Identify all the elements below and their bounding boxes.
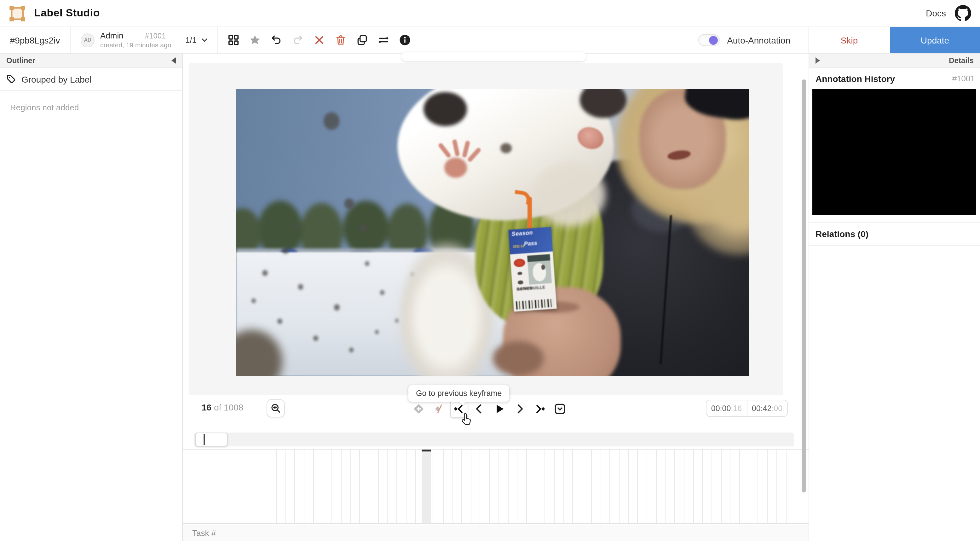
dirt-spot bbox=[360, 224, 368, 233]
label-studio-logo-icon bbox=[9, 5, 26, 22]
redo-button[interactable] bbox=[291, 34, 304, 47]
card-pass-text: Pass bbox=[524, 239, 538, 247]
view-all-button[interactable] bbox=[227, 34, 240, 47]
minimap-window[interactable] bbox=[196, 432, 228, 447]
card-barcode bbox=[516, 298, 555, 309]
timeline-tick bbox=[535, 450, 536, 524]
timeline-tick bbox=[360, 450, 360, 524]
details-title: Details bbox=[949, 56, 974, 65]
timeline-tick bbox=[591, 450, 592, 524]
outliner-header: Outliner bbox=[0, 54, 182, 68]
play-button[interactable] bbox=[490, 399, 509, 418]
timeline-tick bbox=[675, 450, 675, 524]
frame-current: 16 bbox=[202, 402, 212, 412]
delete-button[interactable] bbox=[334, 34, 347, 47]
update-button[interactable]: Update bbox=[890, 27, 980, 53]
timeline-tick bbox=[517, 450, 517, 524]
possum-snout bbox=[534, 164, 606, 227]
details-panel: Details Annotation History #1001 Relatio… bbox=[808, 54, 980, 541]
timeline-tick bbox=[350, 450, 351, 524]
dirt-spot bbox=[313, 336, 318, 342]
dirt-spot bbox=[380, 290, 385, 295]
timeline-tick bbox=[628, 450, 628, 524]
dirt-spot bbox=[298, 284, 303, 290]
timeline-tick bbox=[480, 450, 480, 524]
video-frame[interactable]: Season Pass 2011-12 RATATOUILLE BOWER bbox=[236, 89, 749, 376]
timeline-tick bbox=[461, 450, 462, 524]
timeline-minimap[interactable] bbox=[194, 432, 794, 447]
total-time: 00:42:00 bbox=[747, 404, 787, 413]
timeline-tick bbox=[304, 450, 304, 524]
chevron-down-icon bbox=[200, 36, 208, 44]
timeline-tick bbox=[434, 450, 434, 524]
pager-value: 1/1 bbox=[185, 35, 197, 45]
auto-annotation-group: Auto-Annotation bbox=[698, 27, 808, 53]
annotation-pager[interactable]: 1/1 bbox=[183, 27, 218, 53]
dirt-spot bbox=[364, 261, 369, 266]
toggle-timeline-button[interactable] bbox=[551, 399, 569, 418]
zoom-button[interactable] bbox=[267, 399, 285, 417]
relations-label: Relations (0) bbox=[816, 229, 869, 239]
timeline-tick bbox=[285, 450, 286, 524]
card-year-text: 2011-12 bbox=[513, 244, 525, 248]
current-time: 00:00:16 bbox=[706, 404, 746, 413]
dirt-spot bbox=[344, 198, 354, 210]
next-frame-button[interactable] bbox=[511, 399, 529, 418]
timeline-tick bbox=[406, 450, 407, 524]
timeline-tick bbox=[600, 450, 601, 524]
hand-shadow bbox=[493, 342, 544, 376]
github-icon[interactable] bbox=[955, 5, 971, 21]
collapse-panel-icon[interactable] bbox=[172, 57, 176, 64]
info-button[interactable] bbox=[398, 34, 412, 47]
timeline-tick bbox=[322, 450, 323, 524]
tooltip-arrow bbox=[459, 401, 466, 405]
timeline-tick bbox=[748, 450, 749, 524]
timeline-tick bbox=[341, 450, 342, 524]
annotator-name: Admin bbox=[100, 31, 124, 41]
timeline-tick bbox=[508, 450, 508, 524]
timeline-tick bbox=[526, 450, 527, 524]
dirt-spot bbox=[334, 304, 339, 311]
duplicate-button[interactable] bbox=[355, 34, 369, 47]
card-season-text: Season bbox=[511, 229, 533, 237]
time-display[interactable]: 00:00:16 00:42:00 bbox=[706, 400, 788, 417]
regions-empty-text: Regions not added bbox=[0, 91, 182, 124]
timeline-tick bbox=[638, 450, 638, 524]
expand-panel-icon[interactable] bbox=[816, 57, 820, 64]
undo-button[interactable] bbox=[270, 34, 283, 47]
outliner-panel: Outliner Grouped by Label Regions not ad… bbox=[0, 54, 183, 541]
timeline-tick bbox=[582, 450, 582, 524]
timeline-tick bbox=[573, 450, 573, 524]
hidden-panel-tab bbox=[401, 52, 586, 61]
timeline-grid bbox=[183, 450, 808, 523]
timeline-tick bbox=[776, 450, 777, 524]
vertical-scrollbar[interactable] bbox=[802, 80, 806, 492]
timeline-playhead[interactable] bbox=[422, 450, 431, 524]
timeline-tick bbox=[498, 450, 499, 524]
skip-button[interactable]: Skip bbox=[808, 27, 890, 53]
label-studio-window: Label Studio Docs #9pb8Lgs2iv AD Admin #… bbox=[0, 0, 980, 541]
season-pass-card: Season Pass 2011-12 RATATOUILLE BOWER bbox=[509, 227, 557, 311]
timeline-tick bbox=[693, 450, 694, 524]
timeline-tick bbox=[331, 450, 332, 524]
timeline-tick bbox=[471, 450, 471, 524]
task-id: #9pb8Lgs2iv bbox=[0, 27, 71, 53]
ground-truth-star-button[interactable] bbox=[248, 34, 261, 47]
timeline[interactable] bbox=[183, 449, 808, 524]
minimap-playhead bbox=[204, 434, 205, 445]
add-keyframe-button[interactable] bbox=[410, 399, 428, 418]
auto-annotation-toggle[interactable] bbox=[698, 34, 719, 46]
docs-link[interactable]: Docs bbox=[926, 8, 946, 18]
timeline-tick bbox=[396, 450, 397, 524]
timeline-tick bbox=[443, 450, 443, 524]
reset-button[interactable] bbox=[313, 34, 326, 47]
group-mode-label: Grouped by Label bbox=[21, 74, 92, 84]
possum-ear-left bbox=[423, 92, 467, 126]
video-thumbnail bbox=[812, 89, 976, 215]
timeline-tick bbox=[711, 450, 712, 524]
group-by-label-control[interactable]: Grouped by Label bbox=[0, 68, 182, 91]
remove-keyframe-button[interactable] bbox=[430, 399, 448, 418]
settings-sliders-button[interactable] bbox=[377, 34, 390, 47]
next-keyframe-button[interactable] bbox=[531, 399, 549, 418]
prev-frame-button[interactable] bbox=[470, 399, 488, 418]
